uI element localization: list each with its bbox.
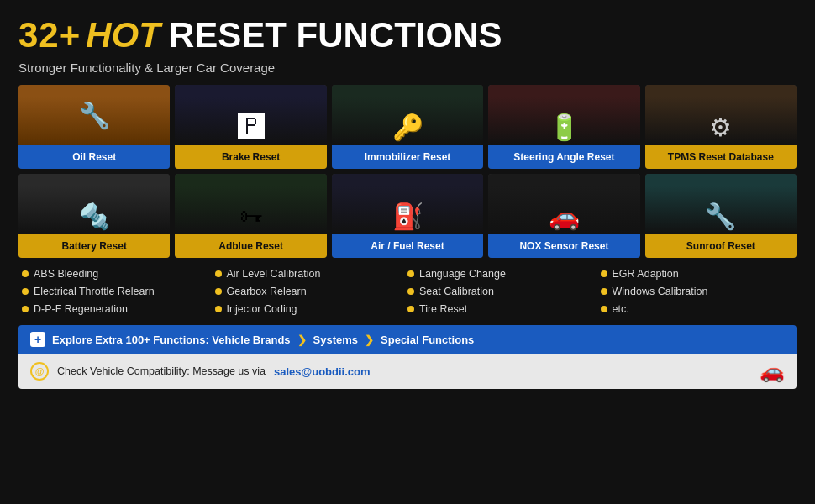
email-link[interactable]: sales@uobdii.com xyxy=(274,365,371,378)
plus-icon: + xyxy=(30,332,45,347)
bullet-icon xyxy=(22,270,29,277)
card-nox-label: NOX Sensor Reset xyxy=(488,234,639,258)
card-airfuel[interactable]: Air / Fuel Reset xyxy=(332,174,483,258)
bullet-icon xyxy=(408,306,414,312)
main-container: 32+ HOT RESET FUNCTIONS Stronger Functio… xyxy=(0,0,815,504)
bullet-icon xyxy=(22,288,29,295)
feature-language: Language Change xyxy=(408,266,601,282)
features-col-1: ABS Bleeding Electrical Throttle Relearn… xyxy=(22,266,215,317)
card-adblue[interactable]: Adblue Reset xyxy=(175,174,326,258)
special-label: Special Functions xyxy=(381,333,474,346)
card-oil[interactable]: Oil Reset xyxy=(18,85,170,169)
bullet-icon xyxy=(601,306,607,312)
bullet-icon xyxy=(215,288,222,295)
card-brake-image xyxy=(175,85,326,145)
feature-seat: Seat Calibration xyxy=(408,284,601,300)
bullet-icon xyxy=(215,306,222,312)
card-tpms-image xyxy=(645,85,797,145)
cards-row-2: Battery Reset Adblue Reset Air / Fuel Re… xyxy=(18,174,797,258)
title-rest: RESET FUNCTIONS xyxy=(169,15,502,55)
feature-gearbox: Gearbox Relearn xyxy=(215,284,408,300)
card-airfuel-label: Air / Fuel Reset xyxy=(332,234,483,258)
bottom-section: + Explore Extra 100+ Functions: Vehicle … xyxy=(18,325,797,389)
car-icon: 🚗 xyxy=(760,360,785,383)
feature-abs: ABS Bleeding xyxy=(22,266,215,282)
arrow2-icon: ❯ xyxy=(365,333,374,346)
title-row: 32+ HOT RESET FUNCTIONS xyxy=(18,15,797,55)
card-nox-image xyxy=(488,174,639,234)
card-oil-label: Oil Reset xyxy=(18,145,170,169)
cards-row-1: Oil Reset Brake Reset Immobilizer Reset … xyxy=(18,85,797,169)
bullet-icon xyxy=(215,270,222,277)
title-hot: HOT xyxy=(86,15,160,55)
card-airfuel-image xyxy=(332,174,483,234)
card-brake-label: Brake Reset xyxy=(175,145,326,169)
explore-text: Explore Extra 100+ Functions: Vehicle Br… xyxy=(52,333,291,346)
card-adblue-label: Adblue Reset xyxy=(175,234,326,258)
features-col-4: EGR Adaption Windows Calibration etc. xyxy=(601,266,794,317)
check-text: Check Vehicle Compatibility: Message us … xyxy=(57,365,266,377)
card-battery-image xyxy=(18,174,170,234)
feature-tire: Tire Reset xyxy=(408,302,601,318)
feature-injector: Injector Coding xyxy=(215,302,408,318)
arrow1-icon: ❯ xyxy=(297,333,307,346)
card-tpms-label: TPMS Reset Database xyxy=(645,145,797,169)
card-battery[interactable]: Battery Reset xyxy=(18,174,170,258)
card-brake[interactable]: Brake Reset xyxy=(175,85,326,169)
card-sunroof-label: Sunroof Reset xyxy=(645,234,797,258)
card-adblue-image xyxy=(175,174,326,234)
card-sunroof[interactable]: Sunroof Reset xyxy=(645,174,797,258)
card-steering-image xyxy=(488,85,639,145)
feature-egr: EGR Adaption xyxy=(601,266,794,282)
subtitle: Stronger Functionality & Larger Car Cove… xyxy=(18,60,797,75)
features-section: ABS Bleeding Electrical Throttle Relearn… xyxy=(18,266,797,317)
bullet-icon xyxy=(601,270,607,277)
card-battery-label: Battery Reset xyxy=(18,234,170,258)
explore-bar[interactable]: + Explore Extra 100+ Functions: Vehicle … xyxy=(18,325,797,354)
card-sunroof-image xyxy=(645,174,797,234)
feature-air-level: Air Level Calibration xyxy=(215,266,408,282)
cards-section: Oil Reset Brake Reset Immobilizer Reset … xyxy=(18,85,797,258)
card-oil-image xyxy=(18,85,170,145)
feature-electrical-throttle: Electrical Throttle Relearn xyxy=(22,284,215,300)
features-col-3: Language Change Seat Calibration Tire Re… xyxy=(408,266,601,317)
bullet-icon xyxy=(408,288,414,295)
at-icon: @ xyxy=(30,362,49,381)
bullet-icon xyxy=(408,270,414,277)
title-number: 32+ xyxy=(18,15,81,55)
features-col-2: Air Level Calibration Gearbox Relearn In… xyxy=(215,266,408,317)
card-immobilizer[interactable]: Immobilizer Reset xyxy=(332,85,483,169)
check-bar: @ Check Vehicle Compatibility: Message u… xyxy=(18,354,797,389)
bullet-icon xyxy=(22,306,29,312)
card-steering[interactable]: Steering Angle Reset xyxy=(488,85,639,169)
card-nox[interactable]: NOX Sensor Reset xyxy=(488,174,639,258)
card-immobilizer-image xyxy=(332,85,483,145)
card-steering-label: Steering Angle Reset xyxy=(488,145,639,169)
feature-windows: Windows Calibration xyxy=(601,284,794,300)
feature-etc: etc. xyxy=(601,302,794,318)
feature-dpf: D-P-F Regeneration xyxy=(22,302,215,318)
card-immobilizer-label: Immobilizer Reset xyxy=(332,145,483,169)
card-tpms[interactable]: TPMS Reset Database xyxy=(645,85,797,169)
bullet-icon xyxy=(601,288,607,295)
systems-label: Systems xyxy=(313,333,358,346)
